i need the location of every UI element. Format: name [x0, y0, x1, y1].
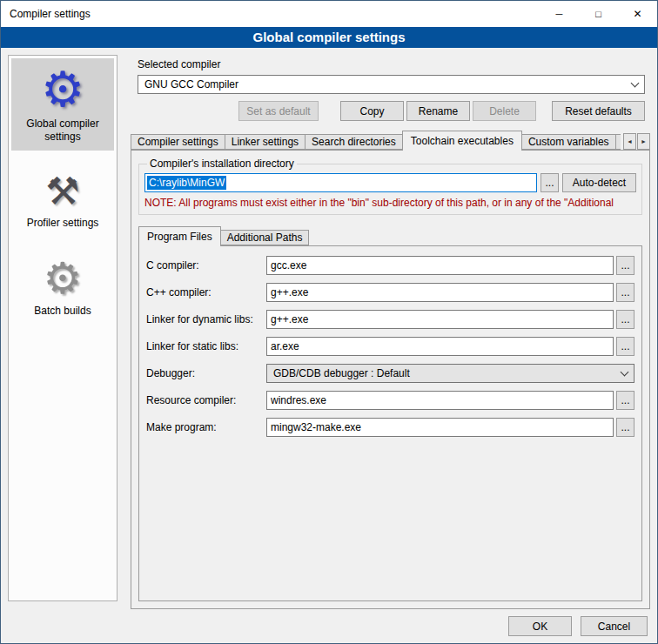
tab-toolchain-executables[interactable]: Toolchain executables — [402, 131, 522, 151]
dynamic-linker-input[interactable] — [266, 310, 614, 329]
debugger-select[interactable]: GDB/CDB debugger : Default — [266, 364, 634, 383]
static-linker-label: Linker for static libs: — [146, 340, 266, 352]
form-row-c-compiler: C compiler: ... — [146, 256, 634, 275]
reset-defaults-button[interactable]: Reset defaults — [552, 101, 645, 121]
form-row-debugger: Debugger: GDB/CDB debugger : Default — [146, 364, 634, 383]
static-linker-browse-button[interactable]: ... — [616, 337, 634, 356]
selected-compiler-value: GNU GCC Compiler — [144, 78, 238, 91]
tab-scroll-right-icon[interactable]: ► — [637, 133, 650, 150]
form-row-cpp-compiler: C++ compiler: ... — [146, 283, 634, 302]
make-program-input[interactable] — [266, 418, 614, 437]
sidebar-item-label: Global compiler settings — [26, 117, 98, 143]
cpp-compiler-browse-button[interactable]: ... — [616, 283, 634, 302]
compiler-settings-window: Compiler settings ─ □ ✕ Global compiler … — [0, 0, 658, 644]
window-controls: ─ □ ✕ — [540, 1, 657, 27]
window-title: Compiler settings — [1, 8, 91, 20]
selected-compiler-label: Selected compiler — [138, 58, 650, 71]
page-title: Global compiler settings — [1, 27, 657, 48]
tab-custom-variables[interactable]: Custom variables — [521, 134, 616, 150]
maximize-button[interactable]: □ — [579, 1, 618, 27]
static-linker-input[interactable] — [266, 337, 614, 356]
copy-button[interactable]: Copy — [340, 101, 404, 121]
tab-scroll-controls: ◄ ► — [621, 133, 650, 150]
bin-subdirectory-note: NOTE: All programs must exist either in … — [144, 197, 636, 209]
gear-blue-icon: ⚙ — [13, 62, 112, 117]
c-compiler-label: C compiler: — [146, 259, 266, 272]
close-button[interactable]: ✕ — [618, 1, 657, 27]
profiler-tool-icon: ⚒ — [13, 166, 112, 217]
cpp-compiler-label: C++ compiler: — [146, 286, 266, 299]
resource-compiler-label: Resource compiler: — [146, 394, 266, 406]
cancel-button[interactable]: Cancel — [581, 616, 648, 636]
dialog-footer: OK Cancel — [508, 616, 648, 636]
c-compiler-input[interactable] — [266, 256, 614, 275]
debugger-label: Debugger: — [146, 367, 266, 379]
chevron-down-icon — [621, 367, 629, 376]
sidebar-item-profiler-settings[interactable]: ⚒ Profiler settings — [11, 163, 114, 237]
compiler-action-buttons: Set as default Copy Rename Delete Reset … — [131, 101, 645, 121]
c-compiler-browse-button[interactable]: ... — [616, 256, 634, 275]
tab-linker-settings[interactable]: Linker settings — [225, 134, 306, 150]
form-row-dynamic-linker: Linker for dynamic libs: ... — [146, 310, 634, 329]
subtab-program-files[interactable]: Program Files — [138, 226, 221, 246]
chevron-down-icon — [631, 78, 640, 87]
make-program-label: Make program: — [146, 421, 266, 433]
set-as-default-button[interactable]: Set as default — [238, 101, 319, 121]
titlebar: Compiler settings ─ □ ✕ — [1, 1, 657, 27]
settings-tab-strip: Compiler settings Linker settings Search… — [131, 131, 650, 151]
install-dir-input[interactable]: C:\raylib\MinGW — [144, 173, 537, 192]
tab-search-directories[interactable]: Search directories — [305, 134, 403, 150]
installation-directory-group: Compiler's installation directory C:\ray… — [138, 158, 642, 215]
sidebar-item-global-compiler-settings[interactable]: ⚙ Global compiler settings — [11, 58, 114, 151]
sidebar-item-batch-builds[interactable]: ⚙ Batch builds — [11, 249, 114, 325]
rename-button[interactable]: Rename — [406, 101, 470, 121]
make-program-browse-button[interactable]: ... — [616, 418, 634, 437]
sidebar-item-label: Batch builds — [34, 305, 91, 317]
delete-button[interactable]: Delete — [473, 101, 536, 121]
installation-directory-row: C:\raylib\MinGW ... Auto-detect — [144, 173, 636, 192]
program-files-panel: C compiler: ... C++ compiler: ... Linker… — [138, 245, 642, 601]
resource-compiler-browse-button[interactable]: ... — [616, 391, 634, 410]
minimize-button[interactable]: ─ — [540, 1, 579, 27]
subtab-additional-paths[interactable]: Additional Paths — [220, 230, 310, 245]
dialog-content: ⚙ Global compiler settings ⚒ Profiler se… — [1, 48, 657, 643]
selected-compiler-dropdown[interactable]: GNU GCC Compiler — [138, 75, 645, 94]
tab-compiler-settings[interactable]: Compiler settings — [131, 134, 225, 150]
installation-directory-group-title: Compiler's installation directory — [147, 158, 297, 170]
form-row-resource-compiler: Resource compiler: ... — [146, 391, 634, 410]
tab-scroll-left-icon[interactable]: ◄ — [623, 133, 636, 150]
form-row-static-linker: Linker for static libs: ... — [146, 337, 634, 356]
form-row-make-program: Make program: ... — [146, 418, 634, 437]
sidebar-item-label: Profiler settings — [27, 217, 99, 229]
main-settings-area: Selected compiler GNU GCC Compiler Set a… — [131, 53, 650, 609]
install-dir-browse-button[interactable]: ... — [540, 173, 559, 192]
auto-detect-button[interactable]: Auto-detect — [562, 173, 636, 192]
gear-gray-icon: ⚙ — [13, 252, 112, 305]
cpp-compiler-input[interactable] — [266, 283, 614, 302]
dynamic-linker-browse-button[interactable]: ... — [616, 310, 634, 329]
install-dir-selected-text: C:\raylib\MinGW — [147, 176, 226, 190]
dynamic-linker-label: Linker for dynamic libs: — [146, 313, 266, 325]
debugger-selected-value: GDB/CDB debugger : Default — [273, 367, 410, 379]
settings-category-sidebar: ⚙ Global compiler settings ⚒ Profiler se… — [8, 55, 118, 601]
toolchain-executables-panel: Compiler's installation directory C:\ray… — [131, 150, 650, 609]
program-files-tab-strip: Program Files Additional Paths — [138, 226, 642, 246]
ok-button[interactable]: OK — [508, 616, 572, 636]
resource-compiler-input[interactable] — [266, 391, 614, 410]
